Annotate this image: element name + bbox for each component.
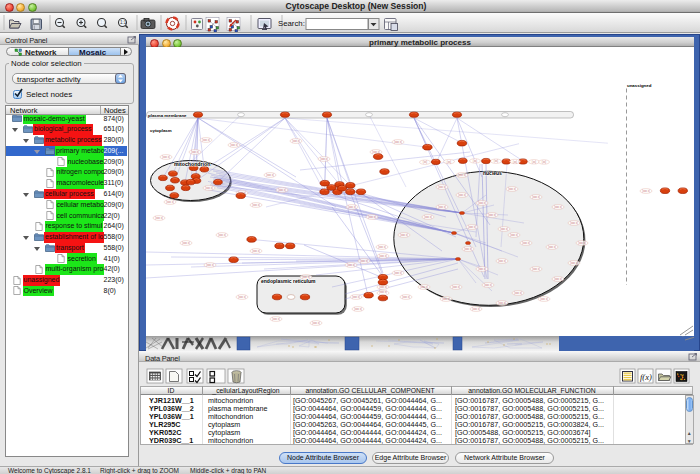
svg-text:(xxx x): (xxx x) <box>394 271 402 275</box>
svg-text:(xxx x): (xxx x) <box>372 150 380 154</box>
svg-text:(xxx x): (xxx x) <box>252 203 260 207</box>
svg-text:(xxx x): (xxx x) <box>452 285 460 289</box>
svg-text:(xxx x): (xxx x) <box>458 173 466 177</box>
svg-text:(xxx x): (xxx x) <box>488 213 496 217</box>
svg-text:(xxx x): (xxx x) <box>500 227 508 231</box>
svg-text:(xxx x): (xxx x) <box>360 259 368 263</box>
svg-text:(xx): (xx) <box>473 159 478 163</box>
svg-text:(xxx x): (xxx x) <box>438 205 446 209</box>
svg-text:(xxx x): (xxx x) <box>292 139 300 143</box>
svg-text:(xx): (xx) <box>513 160 518 164</box>
svg-text:(xxx x): (xxx x) <box>218 233 226 237</box>
svg-text:(xxx x): (xxx x) <box>420 285 428 289</box>
svg-text:(xxx x): (xxx x) <box>424 215 432 219</box>
svg-text:(xxx x): (xxx x) <box>498 259 506 263</box>
svg-text:(xxx x): (xxx x) <box>484 283 492 287</box>
svg-text:endoplasmic reticulum: endoplasmic reticulum <box>261 278 316 284</box>
svg-text:(xxx x): (xxx x) <box>202 138 210 142</box>
svg-text:(xxx x): (xxx x) <box>205 186 213 190</box>
svg-text:(xxx x): (xxx x) <box>206 263 214 267</box>
svg-text:(xx): (xx) <box>532 160 537 164</box>
svg-text:(xxx x): (xxx x) <box>464 247 472 251</box>
svg-text:(xxx x): (xxx x) <box>155 216 163 220</box>
svg-text:(xxx x): (xxx x) <box>230 143 238 147</box>
svg-text:(xxx x): (xxx x) <box>508 187 516 191</box>
svg-text:(xxx x): (xxx x) <box>352 295 360 299</box>
svg-text:Search:: Search: <box>278 19 305 28</box>
svg-text:(xxx x): (xxx x) <box>378 245 386 249</box>
svg-text:(xxx x): (xxx x) <box>252 249 260 253</box>
svg-text:(xxx x): (xxx x) <box>379 285 387 289</box>
svg-text:(xxx x): (xxx x) <box>554 277 562 281</box>
svg-text:(xxx x): (xxx x) <box>532 195 540 199</box>
svg-text:(xxx x): (xxx x) <box>478 267 486 271</box>
svg-text:unassigned: unassigned <box>627 83 652 88</box>
svg-text:(xxx x): (xxx x) <box>438 185 446 189</box>
svg-text:(xxx x): (xxx x) <box>478 201 486 205</box>
svg-text:(xxx x): (xxx x) <box>312 321 320 325</box>
svg-text:(xxx x): (xxx x) <box>162 155 170 159</box>
svg-text:mitochondrion: mitochondrion <box>174 161 210 167</box>
svg-text:(xxx x): (xxx x) <box>578 241 586 245</box>
svg-text:(xxx x): (xxx x) <box>642 189 650 193</box>
svg-text:(xxx x): (xxx x) <box>394 140 402 144</box>
svg-text:(xxx x): (xxx x) <box>272 317 280 321</box>
svg-text:(xxx x): (xxx x) <box>379 254 387 258</box>
svg-text:nucleus: nucleus <box>483 170 502 176</box>
svg-text:(xxx x): (xxx x) <box>570 221 578 225</box>
svg-text:(xxx x): (xxx x) <box>368 215 376 219</box>
svg-text:1:1: 1:1 <box>120 20 127 25</box>
svg-text:(xxx x): (xxx x) <box>379 290 387 294</box>
svg-text:(xxx x): (xxx x) <box>498 301 506 305</box>
svg-text:(xx): (xx) <box>447 160 452 164</box>
svg-text:(xxx x): (xxx x) <box>182 241 190 245</box>
svg-text:(xx): (xx) <box>494 159 499 163</box>
svg-text:(xxx x): (xxx x) <box>166 200 174 204</box>
svg-text:plasma membrane: plasma membrane <box>148 113 187 118</box>
svg-text:(xxx x): (xxx x) <box>554 205 562 209</box>
svg-text:(xxx x): (xxx x) <box>570 261 578 265</box>
svg-text:(xxx x): (xxx x) <box>540 297 548 301</box>
svg-text:(xxx x): (xxx x) <box>514 291 522 295</box>
svg-text:(xxx x): (xxx x) <box>191 150 199 154</box>
svg-text:(xxx x): (xxx x) <box>510 233 518 237</box>
svg-text:(xxx x): (xxx x) <box>522 241 530 245</box>
svg-text:(xxx x): (xxx x) <box>348 205 356 209</box>
svg-text:(xxx x): (xxx x) <box>458 193 466 197</box>
svg-text:(xxx x): (xxx x) <box>266 173 274 177</box>
svg-text:(xxx x): (xxx x) <box>278 188 286 192</box>
svg-text:(xxx x): (xxx x) <box>354 307 362 311</box>
svg-text:(xxx x): (xxx x) <box>468 225 476 229</box>
svg-text:(xxx x): (xxx x) <box>472 307 480 311</box>
svg-text:cytoplasm: cytoplasm <box>150 128 172 133</box>
svg-text:(xxx x): (xxx x) <box>532 267 540 271</box>
svg-text:(xxx x): (xxx x) <box>442 297 450 301</box>
svg-text:(xxx x): (xxx x) <box>320 157 328 161</box>
svg-text:(xxx x): (xxx x) <box>402 295 410 299</box>
svg-text:(xx): (xx) <box>423 160 428 164</box>
svg-text:f(x): f(x) <box>640 372 652 382</box>
svg-text:(xxx x): (xxx x) <box>548 245 556 249</box>
svg-text:(xxx x): (xxx x) <box>400 233 408 237</box>
svg-text:(xxx x): (xxx x) <box>238 295 246 299</box>
svg-text:(xxx x): (xxx x) <box>347 263 355 267</box>
svg-text:(xx): (xx) <box>542 160 547 164</box>
